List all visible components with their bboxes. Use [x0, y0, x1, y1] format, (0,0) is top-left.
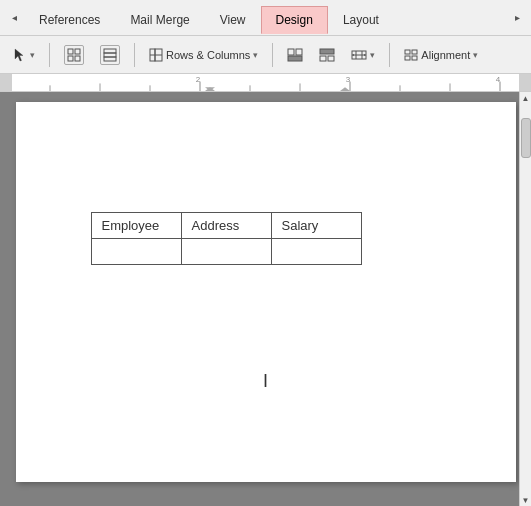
svg-rect-11 — [296, 49, 302, 55]
toolbar-merge-group: ▾ — [280, 41, 382, 69]
svg-rect-21 — [412, 50, 417, 54]
svg-rect-2 — [68, 56, 73, 61]
scroll-down-arrow[interactable]: ▼ — [521, 494, 531, 506]
tab-nav-back[interactable]: ◂ — [4, 4, 24, 32]
table-cell-salary: Salary — [271, 213, 361, 239]
split-button[interactable] — [312, 41, 342, 69]
cursor-icon — [13, 48, 27, 62]
scroll-up-arrow[interactable]: ▲ — [521, 92, 531, 104]
tab-nav-forward[interactable]: ▸ — [507, 4, 527, 32]
svg-rect-3 — [75, 56, 80, 61]
rows-columns-button[interactable]: Rows & Columns ▾ — [142, 41, 265, 69]
alignment-label: Alignment — [421, 49, 470, 61]
select-tool-button[interactable]: ▾ — [6, 41, 42, 69]
svg-rect-14 — [320, 56, 326, 61]
split-icon — [319, 48, 335, 62]
toolbar-grid-group — [57, 41, 127, 69]
svg-rect-10 — [288, 49, 294, 55]
scroll-thumb[interactable] — [521, 118, 531, 158]
svg-text:3: 3 — [346, 75, 350, 84]
svg-rect-15 — [328, 56, 334, 61]
svg-rect-20 — [405, 50, 410, 54]
toolbar: ▾ — [0, 36, 531, 74]
grid-icon — [64, 45, 84, 65]
document-table: Employee Address Salary — [91, 212, 362, 265]
svg-rect-12 — [288, 56, 302, 61]
rows-columns-label: Rows & Columns — [166, 49, 250, 61]
table-row-header: Employee Address Salary — [91, 213, 361, 239]
table-cell-empty-3 — [271, 239, 361, 265]
rows-columns-icon — [149, 48, 163, 62]
ruler: 2 3 4 — [0, 74, 531, 92]
divider-3 — [272, 43, 273, 67]
table-cell-empty-2 — [181, 239, 271, 265]
svg-rect-4 — [104, 49, 116, 53]
svg-text:4: 4 — [496, 75, 501, 84]
svg-text:2: 2 — [196, 75, 200, 84]
document-page[interactable]: Employee Address Salary I — [16, 102, 516, 482]
tab-layout[interactable]: Layout — [328, 6, 394, 34]
svg-rect-0 — [68, 49, 73, 54]
svg-rect-1 — [75, 49, 80, 54]
merge-button[interactable] — [280, 41, 310, 69]
tab-view[interactable]: View — [205, 6, 261, 34]
tab-bar: ◂ References Mail Merge View Design Layo… — [0, 0, 531, 36]
table-cell-address: Address — [181, 213, 271, 239]
table-row-1 — [91, 239, 361, 265]
alignment-button[interactable]: Alignment ▾ — [397, 41, 485, 69]
svg-rect-13 — [320, 49, 334, 54]
table-props-button[interactable] — [93, 41, 127, 69]
tab-mail-merge[interactable]: Mail Merge — [115, 6, 204, 34]
tab-nav-right: ▸ — [507, 4, 527, 32]
text-cursor: I — [263, 371, 268, 392]
table-props-icon — [100, 45, 120, 65]
divider-1 — [49, 43, 50, 67]
alignment-icon — [404, 48, 418, 62]
alignment-chevron: ▾ — [473, 50, 478, 60]
svg-rect-22 — [405, 56, 410, 60]
rows-columns-chevron: ▾ — [253, 50, 258, 60]
divider-4 — [389, 43, 390, 67]
svg-rect-23 — [412, 56, 417, 60]
autofit-icon — [351, 48, 367, 62]
tab-references[interactable]: References — [24, 6, 115, 34]
svg-marker-39 — [340, 87, 350, 91]
document-area: Employee Address Salary I ▲ ▼ — [0, 92, 531, 506]
tab-design[interactable]: Design — [261, 6, 328, 34]
grid-view-button[interactable] — [57, 41, 91, 69]
toolbar-select-group: ▾ — [6, 41, 42, 69]
svg-rect-5 — [104, 53, 116, 57]
autofit-button[interactable]: ▾ — [344, 41, 382, 69]
select-chevron: ▾ — [30, 50, 35, 60]
divider-2 — [134, 43, 135, 67]
table-cell-employee: Employee — [91, 213, 181, 239]
merge-icon — [287, 48, 303, 62]
svg-rect-6 — [104, 57, 116, 61]
scrollbar-vertical[interactable]: ▲ ▼ — [519, 92, 531, 506]
ruler-marks: 2 3 4 — [0, 74, 531, 91]
table-cell-empty-1 — [91, 239, 181, 265]
autofit-chevron: ▾ — [370, 50, 375, 60]
